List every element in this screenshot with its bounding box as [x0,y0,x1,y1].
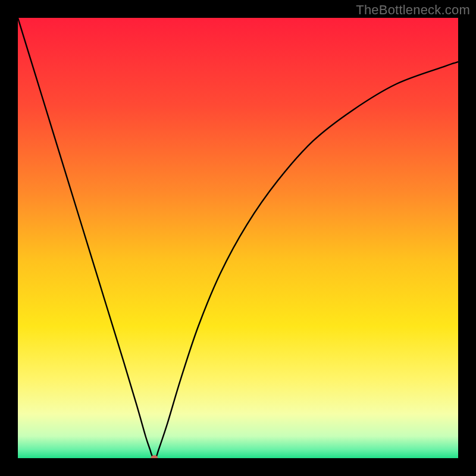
watermark-text: TheBottleneck.com [356,2,470,18]
chart-svg [18,18,458,458]
chart-background [18,18,458,458]
plot-area [18,18,458,458]
chart-frame: TheBottleneck.com [0,0,476,476]
